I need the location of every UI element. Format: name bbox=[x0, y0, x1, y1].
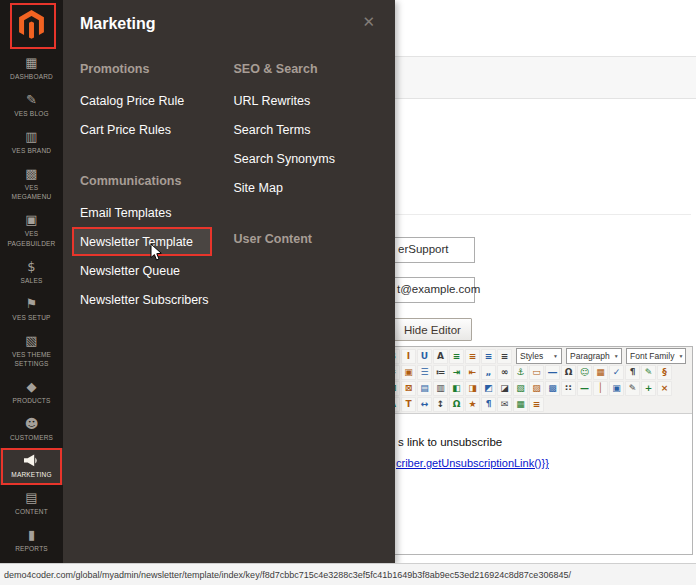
editor-toolbar-icon[interactable]: ≡ bbox=[481, 349, 496, 364]
menu-section-heading: Promotions bbox=[80, 62, 234, 76]
editor-toolbar-icon[interactable]: ✓ bbox=[609, 365, 624, 380]
editor-toolbar-icon[interactable]: ◨ bbox=[465, 381, 480, 396]
admin-sidebar: ▦DASHBOARD✎VES BLOG▥VES BRAND▩VES MEGAME… bbox=[0, 0, 63, 563]
sidebar-item-ves-theme-settings[interactable]: ▧VES THEME SETTINGS bbox=[0, 328, 63, 374]
menu-item-catalog-price-rule[interactable]: Catalog Price Rule bbox=[80, 86, 234, 115]
customers-icon: ☻ bbox=[25, 417, 39, 430]
editor-toolbar-icon[interactable]: „ bbox=[481, 365, 496, 380]
editor-toolbar-icon[interactable]: ▩ bbox=[545, 381, 560, 396]
chevron-down-icon: ▼ bbox=[678, 353, 683, 359]
sidebar-item-label: PRODUCTS bbox=[8, 396, 56, 405]
editor-toolbar-icon[interactable]: ▧ bbox=[513, 381, 528, 396]
editor-toolbar-icon[interactable]: ▥ bbox=[433, 381, 448, 396]
sidebar-item-reports[interactable]: ▮REPORTS bbox=[0, 522, 63, 559]
menu-item-site-map[interactable]: Site Map bbox=[234, 173, 388, 202]
editor-toolbar-icon[interactable]: Ω bbox=[449, 397, 464, 412]
menu-column-left: PromotionsCatalog Price RuleCart Price R… bbox=[80, 62, 234, 314]
editor-toolbar-icon[interactable]: ↕ bbox=[433, 397, 448, 412]
editor-toolbar-icon[interactable]: ▣ bbox=[609, 381, 624, 396]
sidebar-item-sales[interactable]: $SALES bbox=[0, 254, 63, 291]
editor-toolbar-icon[interactable]: ≡ bbox=[449, 349, 464, 364]
sales-icon: $ bbox=[27, 260, 35, 273]
editor-toolbar-icon[interactable]: ◪ bbox=[497, 381, 512, 396]
chevron-down-icon: ▼ bbox=[553, 353, 558, 359]
editor-toolbar-icon[interactable]: ≔ bbox=[433, 365, 448, 380]
editor-toolbar-icon[interactable]: + bbox=[641, 381, 656, 396]
sidebar-item-dashboard[interactable]: ▦DASHBOARD bbox=[0, 50, 63, 87]
editor-toolbar-icon[interactable]: Ω bbox=[561, 365, 576, 380]
template-name-value: erSupport bbox=[398, 243, 449, 255]
editor-toolbar-icon[interactable]: │ bbox=[593, 381, 608, 396]
sidebar-item-ves-setup[interactable]: ⚑VES SETUP bbox=[0, 291, 63, 328]
editor-toolbar-icon[interactable]: × bbox=[657, 381, 672, 396]
menu-item-cart-price-rules[interactable]: Cart Price Rules bbox=[80, 115, 234, 144]
sidebar-item-ves-blog[interactable]: ✎VES BLOG bbox=[0, 87, 63, 124]
editor-toolbar-icon[interactable]: ≡ bbox=[497, 349, 512, 364]
editor-toolbar-icon[interactable]: ✎ bbox=[641, 365, 656, 380]
editor-canvas[interactable]: s link to unsubscribe criber.getUnsubscr… bbox=[351, 414, 692, 554]
sidebar-item-ves-pagebuilder[interactable]: ▣VES PAGEBUILDER bbox=[0, 207, 63, 253]
close-icon[interactable]: ✕ bbox=[362, 13, 375, 31]
editor-toolbar-icon[interactable]: ⇥ bbox=[449, 365, 464, 380]
editor-toolbar-icon[interactable]: ★ bbox=[465, 397, 480, 412]
editor-toolbar-icon[interactable]: ☺ bbox=[577, 365, 592, 380]
editor-toolbar-icon[interactable]: ☰ bbox=[417, 365, 432, 380]
editor-toolbar-select[interactable]: Font Family▼ bbox=[626, 348, 686, 364]
editor-toolbar-icon[interactable]: A bbox=[433, 349, 448, 364]
editor-toolbar-select[interactable]: Styles▼ bbox=[516, 348, 562, 364]
editor-toolbar-icon[interactable]: T bbox=[401, 397, 416, 412]
editor-toolbar-icon[interactable]: ∞ bbox=[497, 365, 512, 380]
magento-logo[interactable] bbox=[0, 0, 63, 50]
ves-pagebuilder-icon: ▣ bbox=[25, 213, 37, 226]
sidebar-item-ves-brand[interactable]: ▥VES BRAND bbox=[0, 124, 63, 161]
editor-toolbar-icon[interactable]: ⚓ bbox=[513, 365, 528, 380]
editor-toolbar-icon[interactable]: ▭ bbox=[529, 365, 544, 380]
sidebar-item-products[interactable]: ◆PRODUCTS bbox=[0, 374, 63, 411]
editor-toolbar-icon[interactable]: ∷ bbox=[561, 381, 576, 396]
sidebar-item-label: VES BRAND bbox=[8, 146, 56, 155]
mouse-cursor bbox=[150, 243, 163, 262]
editor-toolbar-icon[interactable]: ⇤ bbox=[465, 365, 480, 380]
editor-toolbar-icon[interactable]: ▣ bbox=[401, 365, 416, 380]
sidebar-item-content[interactable]: ▤CONTENT bbox=[0, 485, 63, 522]
sidebar-item-label: MARKETING bbox=[8, 470, 56, 479]
editor-toolbar-icon[interactable]: ◧ bbox=[449, 381, 464, 396]
editor-toolbar-icon[interactable]: ¶ bbox=[481, 397, 496, 412]
editor-toolbar-select[interactable]: Paragraph▼ bbox=[566, 348, 622, 364]
menu-section-heading: Communications bbox=[80, 174, 234, 188]
editor-toolbar-icon[interactable]: ▦ bbox=[593, 365, 608, 380]
editor-toolbar-icon[interactable]: ▤ bbox=[417, 381, 432, 396]
status-url: demo4coder.com/global/myadmin/newsletter… bbox=[4, 570, 571, 580]
editor-toolbar-icon[interactable]: ≡ bbox=[465, 349, 480, 364]
editor-toolbar-icon[interactable]: I bbox=[401, 349, 416, 364]
editor-toolbar-icon[interactable]: ◩ bbox=[481, 381, 496, 396]
menu-item-email-templates[interactable]: Email Templates bbox=[80, 198, 234, 227]
editor-toolbar-icon[interactable]: ▦ bbox=[513, 397, 528, 412]
editor-toolbar-icon[interactable]: ¶ bbox=[625, 365, 640, 380]
sidebar-item-label: SALES bbox=[8, 276, 56, 285]
menu-item-newsletter-template[interactable]: Newsletter Template bbox=[72, 227, 212, 256]
sidebar-item-label: VES THEME SETTINGS bbox=[8, 350, 56, 368]
menu-item-search-terms[interactable]: Search Terms bbox=[234, 115, 388, 144]
editor-toolbar-icon[interactable]: ― bbox=[545, 365, 560, 380]
editor-toolbar-icon[interactable]: ⊠ bbox=[401, 381, 416, 396]
editor-toolbar-icon[interactable]: ↔ bbox=[417, 397, 432, 412]
sidebar-item-customers[interactable]: ☻CUSTOMERS bbox=[0, 411, 63, 448]
editor-toolbar-icon[interactable]: ▨ bbox=[529, 381, 544, 396]
menu-item-url-rewrites[interactable]: URL Rewrites bbox=[234, 86, 388, 115]
menu-item-newsletter-subscribers[interactable]: Newsletter Subscribers bbox=[80, 285, 234, 314]
menu-section-heading: User Content bbox=[234, 232, 388, 246]
unsubscribe-link[interactable]: criber.getUnsubscriptionLink()}} bbox=[396, 457, 549, 469]
editor-toolbar-icon[interactable]: § bbox=[657, 365, 672, 380]
editor-toolbar-icon[interactable]: ✎ bbox=[625, 381, 640, 396]
menu-item-search-synonyms[interactable]: Search Synonyms bbox=[234, 144, 388, 173]
editor-toolbar-icon[interactable]: — bbox=[577, 381, 592, 396]
editor-toolbar-icon[interactable]: U bbox=[417, 349, 432, 364]
sidebar-item-label: VES BLOG bbox=[8, 109, 56, 118]
sidebar-item-marketing[interactable]: MARKETING bbox=[0, 448, 63, 485]
hide-editor-button[interactable]: Hide Editor bbox=[393, 318, 472, 341]
sidebar-item-ves-megamenu[interactable]: ▩VES MEGAMENU bbox=[0, 161, 63, 207]
editor-toolbar-icon[interactable]: ✉ bbox=[497, 397, 512, 412]
editor-toolbar-icon[interactable]: ≡ bbox=[529, 397, 544, 412]
menu-column-right: SEO & SearchURL RewritesSearch TermsSear… bbox=[234, 62, 388, 314]
